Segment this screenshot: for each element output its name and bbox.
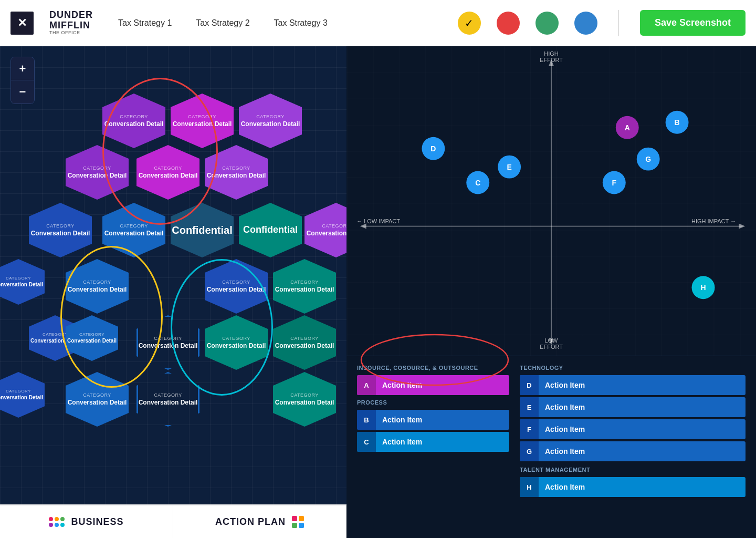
logo-top: DUNDER xyxy=(49,10,93,20)
hex-h6[interactable]: CATEGORY Conversation Detail xyxy=(205,145,268,200)
hex-h1[interactable]: CATEGORY Conversation Detail xyxy=(102,94,165,148)
action-text-b: Action Item xyxy=(376,410,509,430)
action-plan-icon xyxy=(292,516,304,528)
svg-text:B: B xyxy=(675,118,680,127)
hex-h14[interactable]: CATEGORY Conversation Detail xyxy=(205,259,268,314)
logo-mid: MIFFLIN xyxy=(49,20,93,31)
action-row-e[interactable]: E Action Item xyxy=(520,397,746,417)
svg-text:HIGH: HIGH xyxy=(544,50,559,57)
hex-h7[interactable]: CATEGORY Conversation Detail xyxy=(29,203,92,257)
action-row-h[interactable]: H Action Item xyxy=(520,477,746,497)
hex-h21[interactable]: CATEGORY Conversation Detail xyxy=(0,372,45,418)
scatter-svg: HIGH EFFORT LOW EFFORT ← LOW IMPACT HIGH… xyxy=(346,46,756,356)
right-actions: TECHNOLOGY D Action Item E Action Item F… xyxy=(520,365,746,530)
close-icon: ✕ xyxy=(17,16,27,30)
svg-text:D: D xyxy=(430,144,436,153)
hex-h3[interactable]: CATEGORY Conversation Detail xyxy=(239,94,302,148)
hex-h15[interactable]: CATEGORY Conversation Detail xyxy=(273,259,336,314)
action-row-f[interactable]: F Action Item xyxy=(520,419,746,439)
svg-text:← LOW IMPACT: ← LOW IMPACT xyxy=(356,218,400,224)
main-content: + − CATEGORY Conversation Detail CATEGOR… xyxy=(0,46,756,538)
scatter-plot: HIGH EFFORT LOW EFFORT ← LOW IMPACT HIGH… xyxy=(346,46,756,356)
header-divider xyxy=(618,10,619,36)
action-letter-h: H xyxy=(520,477,539,497)
zoom-in-button[interactable]: + xyxy=(11,57,34,80)
svg-text:EFFORT: EFFORT xyxy=(540,57,563,63)
hex-h17[interactable]: CATEGORY Conversation Detail xyxy=(66,315,118,361)
hex-h5[interactable]: CATEGORY Conversation Detail xyxy=(136,145,200,200)
close-button[interactable]: ✕ xyxy=(10,12,34,35)
action-text-a: Action Item xyxy=(376,375,509,395)
action-letter-b: B xyxy=(357,410,376,430)
svg-text:LOW: LOW xyxy=(545,337,559,344)
logo: DUNDER MIFFLIN THE OFFICE xyxy=(49,10,93,36)
hex-h2[interactable]: CATEGORY Conversation Detail xyxy=(171,94,234,148)
business-tab[interactable]: BUSINESS xyxy=(0,505,173,538)
action-text-g: Action Item xyxy=(539,441,746,461)
hex-h23-outlined[interactable]: CATEGORY Conversation Detail xyxy=(136,372,200,427)
svg-text:HIGH IMPACT →: HIGH IMPACT → xyxy=(691,218,736,224)
header: ✕ DUNDER MIFFLIN THE OFFICE Tax Strategy… xyxy=(0,0,756,46)
action-letter-e: E xyxy=(520,397,539,417)
action-row-c[interactable]: C Action Item xyxy=(357,432,509,452)
action-row-a[interactable]: A Action Item xyxy=(357,375,509,395)
hex-h13[interactable]: CATEGORY Conversation Detail xyxy=(66,259,129,314)
hex-map-panel: + − CATEGORY Conversation Detail CATEGOR… xyxy=(0,46,346,538)
talent-label: TALENT MANAGEMENT xyxy=(520,467,746,473)
svg-text:E: E xyxy=(507,163,511,171)
action-letter-a: A xyxy=(357,375,376,395)
nav-tab-3[interactable]: Tax Strategy 3 xyxy=(270,16,332,30)
action-plan-tab[interactable]: ACTION PLAN xyxy=(173,505,346,538)
dot-green-button[interactable] xyxy=(536,12,559,35)
zoom-out-button[interactable]: − xyxy=(11,80,34,104)
svg-text:EFFORT: EFFORT xyxy=(540,344,563,350)
dot-blue-button[interactable] xyxy=(574,12,597,35)
action-letter-f: F xyxy=(520,419,539,439)
action-letter-d: D xyxy=(520,375,539,395)
business-icon xyxy=(49,517,65,527)
action-text-f: Action Item xyxy=(539,419,746,439)
technology-label: TECHNOLOGY xyxy=(520,365,746,371)
save-screenshot-button[interactable]: Save Screenshot xyxy=(640,10,746,36)
logo-sub: THE OFFICE xyxy=(49,30,93,36)
hex-h19[interactable]: CATEGORY Conversation Detail xyxy=(205,315,268,370)
action-row-b[interactable]: B Action Item xyxy=(357,410,509,430)
svg-text:C: C xyxy=(475,179,480,187)
svg-text:A: A xyxy=(625,123,630,132)
process-label: PROCESS xyxy=(357,399,509,406)
hex-h4[interactable]: CATEGORY Conversation Detail xyxy=(66,145,129,200)
hex-h9[interactable]: Confidential xyxy=(171,203,234,257)
hex-h18-outlined[interactable]: CATEGORY Conversation Detail xyxy=(136,315,200,370)
svg-text:G: G xyxy=(645,155,651,163)
hex-h8[interactable]: CATEGORY Conversation Detail xyxy=(102,203,165,257)
action-items-area: INSOURCE, COSOURCE, & OUTSOURCE A Action… xyxy=(346,356,756,538)
action-letter-g: G xyxy=(520,441,539,461)
left-actions: INSOURCE, COSOURCE, & OUTSOURCE A Action… xyxy=(357,365,520,530)
zoom-controls: + − xyxy=(10,57,35,104)
action-text-c: Action Item xyxy=(376,432,509,452)
hex-h24[interactable]: CATEGORY Conversation Detail xyxy=(273,372,336,427)
svg-text:H: H xyxy=(700,283,706,292)
bottom-tabs: BUSINESS ACTION PLAN xyxy=(0,504,346,538)
dot-red-button[interactable] xyxy=(497,12,520,35)
dot-yellow-button[interactable]: ✓ xyxy=(458,12,481,35)
hex-h20[interactable]: CATEGORY Conversation Detail xyxy=(273,315,336,370)
hex-h11[interactable]: CATEGORY Conversation Detail xyxy=(304,203,346,257)
nav-tab-1[interactable]: Tax Strategy 1 xyxy=(114,16,176,30)
action-row-g[interactable]: G Action Item xyxy=(520,441,746,461)
insource-label: INSOURCE, COSOURCE, & OUTSOURCE xyxy=(357,365,509,371)
right-panel: HIGH EFFORT LOW EFFORT ← LOW IMPACT HIGH… xyxy=(346,46,756,538)
action-text-e: Action Item xyxy=(539,397,746,417)
hex-h12[interactable]: CATEGORY Conversation Detail xyxy=(0,259,45,305)
nav-tab-2[interactable]: Tax Strategy 2 xyxy=(192,16,254,30)
svg-text:F: F xyxy=(612,179,617,187)
action-row-d[interactable]: D Action Item xyxy=(520,375,746,395)
business-tab-label: BUSINESS xyxy=(71,516,123,527)
action-text-d: Action Item xyxy=(539,375,746,395)
action-text-h: Action Item xyxy=(539,477,746,497)
action-plan-tab-label: ACTION PLAN xyxy=(215,516,286,527)
hex-h22[interactable]: CATEGORY Conversation Detail xyxy=(66,372,129,427)
action-letter-c: C xyxy=(357,432,376,452)
hex-h10[interactable]: Confidential xyxy=(239,203,302,257)
